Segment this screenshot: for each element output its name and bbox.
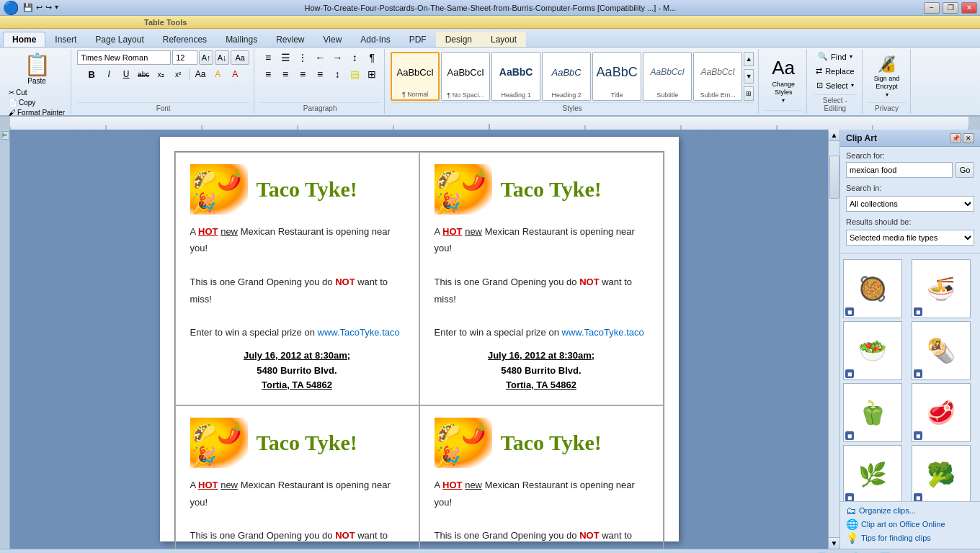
style-subtle-em[interactable]: AaBbCcI Subtle Em... — [693, 52, 742, 101]
bullets-button[interactable]: ≡ — [260, 50, 276, 65]
tab-insert[interactable]: Insert — [45, 32, 86, 47]
highlight-button[interactable]: A — [210, 67, 226, 81]
tab-mailings[interactable]: Mailings — [216, 32, 267, 47]
underline-button[interactable]: U — [118, 67, 134, 81]
change-styles-button[interactable]: Aa Change Styles ▾ — [765, 55, 802, 107]
change-case-button[interactable]: Aa — [192, 67, 208, 81]
numbering-button[interactable]: ☰ — [277, 50, 293, 65]
thumb-image-7: 🌿 — [858, 461, 887, 488]
font-color-button[interactable]: A — [227, 67, 243, 81]
shading-button[interactable]: ▤ — [347, 67, 362, 81]
scrollbar-thumb[interactable] — [829, 156, 839, 199]
cut-button[interactable]: ✂ Cut — [7, 88, 66, 97]
postcard-4-header: Taco Tyke! — [435, 418, 649, 468]
superscript-button[interactable]: x² — [170, 67, 186, 81]
clip-thumb-7[interactable]: 🌿 ◼ — [843, 445, 902, 501]
style-title[interactable]: AaBbC Title — [592, 52, 641, 101]
vertical-scrollbar[interactable]: ▲ ▼ — [828, 130, 839, 549]
multilevel-list-button[interactable]: ⋮ — [295, 50, 311, 65]
font-size-field[interactable]: 12 — [172, 50, 197, 65]
line-spacing-button[interactable]: ↕ — [329, 67, 345, 81]
bold-button[interactable]: B — [84, 67, 99, 81]
minimize-button[interactable]: − — [924, 2, 940, 14]
thumb-image-8: 🥦 — [927, 461, 956, 488]
copy-button[interactable]: 📄 Copy — [7, 98, 66, 107]
increase-indent-button[interactable]: → — [329, 50, 345, 65]
style-heading2[interactable]: AaBbC Heading 2 — [542, 52, 591, 101]
select-button[interactable]: ⊡ Select ▾ — [814, 79, 857, 91]
scroll-up-button[interactable]: ▲ — [829, 130, 839, 141]
align-left-button[interactable]: ≡ — [260, 67, 276, 81]
font-size-increase-button[interactable]: A↑ — [199, 50, 213, 65]
clip-thumb-4[interactable]: 🌯 ◼ — [912, 321, 971, 380]
thumb-badge-5: ◼ — [845, 431, 854, 440]
undo-icon[interactable]: ↩ — [36, 3, 43, 12]
document-area[interactable]: Taco Tyke! A HOT new Mexican Restaurant … — [10, 130, 828, 549]
clip-thumb-2[interactable]: 🍜 ◼ — [912, 259, 971, 318]
go-button[interactable]: Go — [956, 162, 974, 178]
clip-thumb-6[interactable]: 🥩 ◼ — [912, 383, 971, 442]
tab-review[interactable]: Review — [267, 32, 313, 47]
ruler-toggle[interactable]: ⊢ — [1, 131, 9, 140]
tab-add-ins[interactable]: Add-Ins — [351, 32, 399, 47]
show-marks-button[interactable]: ¶ — [364, 50, 380, 65]
main-area: ⊢ Taco Tyke! A HOT new Mexican Restauran… — [0, 130, 980, 549]
justify-button[interactable]: ≡ — [312, 67, 328, 81]
scroll-down-button[interactable]: ▼ — [829, 537, 839, 549]
tab-references[interactable]: References — [153, 32, 216, 47]
tab-pdf[interactable]: PDF — [400, 32, 436, 47]
styles-scroll-up[interactable]: ▲ — [744, 52, 754, 66]
search-input[interactable] — [846, 162, 953, 178]
tab-home[interactable]: Home — [3, 32, 45, 47]
find-chevron: ▾ — [850, 53, 852, 60]
italic-button[interactable]: I — [101, 67, 117, 81]
panel-close-button[interactable]: ✕ — [963, 133, 974, 143]
sort-button[interactable]: ↕ — [347, 50, 362, 65]
clip-thumb-5[interactable]: 🫑 ◼ — [843, 383, 902, 442]
style-normal[interactable]: AaBbCcI ¶ Normal — [391, 52, 440, 101]
styles-expand[interactable]: ⊞ — [744, 86, 754, 101]
strikethrough-button[interactable]: abc — [135, 67, 151, 81]
clip-thumb-8[interactable]: 🥦 ◼ — [912, 445, 971, 501]
clear-format-button[interactable]: Aa — [231, 50, 249, 65]
align-center-button[interactable]: ≡ — [277, 67, 293, 81]
close-button[interactable]: ✕ — [961, 2, 977, 14]
replace-button[interactable]: ⇄ Replace — [813, 65, 857, 77]
decrease-indent-button[interactable]: ← — [312, 50, 328, 65]
tab-design[interactable]: Design — [436, 32, 481, 47]
results-select[interactable]: Selected media file types — [846, 230, 974, 246]
clip-thumb-1[interactable]: 🥘 ◼ — [843, 259, 902, 318]
style-heading1[interactable]: AaBbC Heading 1 — [491, 52, 540, 101]
tab-page-layout[interactable]: Page Layout — [86, 32, 153, 47]
clip-thumb-3[interactable]: 🥗 ◼ — [843, 321, 902, 380]
align-right-button[interactable]: ≡ — [295, 67, 311, 81]
font-name-field[interactable]: Times New Roman — [77, 50, 171, 65]
subscript-button[interactable]: x₂ — [153, 67, 169, 81]
window-controls[interactable]: − ❐ ✕ — [922, 2, 977, 14]
style-subtitle-label: Subtitle — [656, 91, 678, 99]
sign-encrypt-button[interactable]: 🔏 Sign and Encrypt ▾ — [868, 50, 906, 102]
scrollbar-track — [829, 141, 839, 537]
style-no-spacing[interactable]: AaBbCcI ¶ No Spaci... — [441, 52, 490, 101]
style-subtitle[interactable]: AaBbCcI Subtitle — [643, 52, 692, 101]
styles-group: AaBbCcI ¶ Normal AaBbCcI ¶ No Spaci... A… — [386, 49, 759, 114]
tab-view[interactable]: View — [314, 32, 352, 47]
styles-scroll-down[interactable]: ▼ — [744, 69, 754, 84]
office-online-link[interactable]: 🌐 Clip art on Office Online — [846, 518, 974, 530]
font-size-decrease-button[interactable]: A↓ — [215, 50, 229, 65]
panel-pin-button[interactable]: 📌 — [950, 133, 961, 143]
redo-icon[interactable]: ↪ — [45, 3, 52, 12]
borders-button[interactable]: ⊞ — [364, 67, 380, 81]
paste-button[interactable]: 📋 Paste — [21, 50, 53, 86]
style-normal-label: ¶ Normal — [402, 91, 428, 98]
postcard-1-footer: July 16, 2012 at 8:30am; 5480 Burrito Bl… — [190, 349, 404, 393]
tips-link[interactable]: 💡 Tips for finding clips — [846, 532, 974, 544]
restore-button[interactable]: ❐ — [943, 2, 958, 14]
save-icon[interactable]: 💾 — [23, 3, 33, 12]
find-button[interactable]: 🔍 Find ▾ — [815, 50, 855, 63]
search-in-select[interactable]: All collections — [846, 196, 974, 212]
style-no-spacing-preview: AaBbCcI — [442, 53, 489, 91]
organize-clips-link[interactable]: 🗂 Organize clips... — [846, 505, 974, 516]
postcard-3: Taco Tyke! A HOT new Mexican Restaurant … — [175, 405, 419, 549]
tab-layout[interactable]: Layout — [481, 32, 526, 47]
